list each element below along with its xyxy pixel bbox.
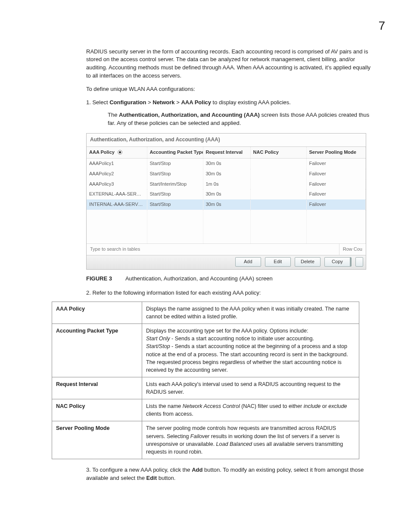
table-row[interactable]: EXTERNAL-AAA-SERVERSStart/Stop30m 0sFail… xyxy=(87,189,366,199)
col-pooling-mode[interactable]: Server Pooling Mode xyxy=(306,147,366,158)
step-2: 2. Refer to the following information li… xyxy=(86,289,377,297)
aaa-screenshot: Authentication, Authorization, and Accou… xyxy=(86,133,366,270)
sort-indicator-icon xyxy=(118,150,122,155)
row-count-label: Row Cou xyxy=(339,244,366,255)
col-packet-type[interactable]: Accounting Packet Type xyxy=(147,147,203,158)
add-button[interactable]: Add xyxy=(235,257,261,267)
page-number: 7 xyxy=(26,17,385,35)
policy-table: AAA Policy Accounting Packet Type Reques… xyxy=(87,147,366,244)
step-1: 1. Select Configuration > Network > AAA … xyxy=(86,99,377,107)
figure-caption: FIGURE 3 Authentication, Authorization, … xyxy=(86,275,385,283)
col-request-interval[interactable]: Request Interval xyxy=(203,147,250,158)
table-row[interactable]: AAAPolicy1Start/Stop30m 0sFailover xyxy=(87,158,366,168)
search-input[interactable]: Type to search in tables xyxy=(87,244,339,255)
definition-desc: Displays the name assigned to the AAA po… xyxy=(142,302,359,324)
definition-desc: The server pooling mode controls how req… xyxy=(142,421,359,459)
definition-term: NAC Policy xyxy=(52,399,142,421)
col-aaa-policy[interactable]: AAA Policy xyxy=(87,147,147,158)
define-line: To define unique WLAN AAA configurations… xyxy=(86,85,377,93)
definition-desc: Lists the name Network Access Control (N… xyxy=(142,399,359,421)
definition-term: Accounting Packet Type xyxy=(52,324,142,377)
col-nac-policy[interactable]: NAC Policy xyxy=(250,147,306,158)
table-row[interactable]: AAAPolicy3Start/Interim/Stop1m 0sFailove… xyxy=(87,179,366,190)
table-row[interactable]: AAAPolicy2Start/Stop30m 0sFailover xyxy=(87,169,366,179)
more-button[interactable] xyxy=(355,257,363,267)
definition-term: AAA Policy xyxy=(52,302,142,324)
step-3: 3. To configure a new AAA policy, click … xyxy=(86,466,377,482)
definition-table: AAA PolicyDisplays the name assigned to … xyxy=(52,302,359,459)
edit-button[interactable]: Edit xyxy=(265,257,291,267)
definition-term: Request Interval xyxy=(52,377,142,399)
delete-button[interactable]: Delete xyxy=(295,257,321,267)
panel-title: Authentication, Authorization, and Accou… xyxy=(87,134,366,146)
intro-paragraph: RADIUS security server in the form of ac… xyxy=(86,48,377,80)
step-1-sub: The Authentication, Authorization, and A… xyxy=(108,111,377,128)
button-bar: Add Edit Delete Copy xyxy=(87,255,366,269)
definition-desc: Lists each AAA policy's interval used to… xyxy=(142,377,359,399)
copy-button[interactable]: Copy xyxy=(324,257,352,267)
table-row[interactable]: INTERNAL-AAA-SERVERStart/Stop30m 0sFailo… xyxy=(87,199,366,210)
definition-desc: Displays the accounting type set for the… xyxy=(142,324,359,377)
definition-term: Server Pooling Mode xyxy=(52,421,142,459)
